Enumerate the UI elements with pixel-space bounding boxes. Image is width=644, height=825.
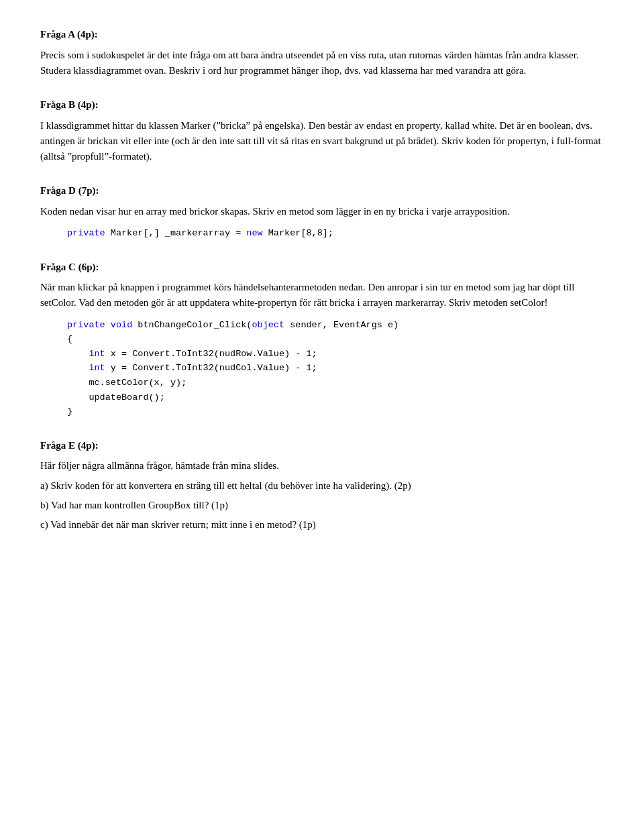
fraga-b-body: I klassdigrammet hittar du klassen Marke… <box>40 118 604 165</box>
fraga-b-text: I klassdigrammet hittar du klassen Marke… <box>40 118 604 165</box>
fraga-c-text: När man klickar på knappen i programmet … <box>40 280 604 311</box>
fraga-e-c: c) Vad innebär det när man skriver retur… <box>40 517 604 533</box>
fraga-e-intro: Här följer några allmänna frågor, hämtad… <box>40 458 604 474</box>
fraga-c-title: Fråga C (6p): <box>40 260 604 275</box>
fraga-c-section: Fråga C (6p): När man klickar på knappen… <box>40 260 604 419</box>
fraga-b-title: Fråga B (4p): <box>40 97 604 113</box>
fraga-c-code: private void btnChangeColor_Click(object… <box>67 318 604 419</box>
fraga-d-title: Fråga D (7p): <box>40 183 604 199</box>
fraga-d-section: Fråga D (7p): Koden nedan visar hur en a… <box>40 183 604 240</box>
fraga-c-body: När man klickar på knappen i programmet … <box>40 280 604 419</box>
fraga-a-section: Fråga A (4p): Precis som i sudokuspelet … <box>40 27 604 78</box>
fraga-d-code: private Marker[,] _markerarray = new Mar… <box>67 226 604 241</box>
fraga-a-body: Precis som i sudokuspelet är det inte fr… <box>40 48 604 79</box>
fraga-b-section: Fråga B (4p): I klassdigrammet hittar du… <box>40 97 604 164</box>
fraga-e-b: b) Vad har man kontrollen GroupBox till?… <box>40 498 604 513</box>
fraga-d-text: Koden nedan visar hur en array med brick… <box>40 204 604 219</box>
fraga-a-title: Fråga A (4p): <box>40 27 604 42</box>
fraga-e-body: Här följer några allmänna frågor, hämtad… <box>40 458 604 533</box>
fraga-a-text: Precis som i sudokuspelet är det inte fr… <box>40 48 604 79</box>
fraga-e-a: a) Skriv koden för att konvertera en str… <box>40 478 604 494</box>
fraga-d-body: Koden nedan visar hur en array med brick… <box>40 204 604 241</box>
fraga-e-title: Fråga E (4p): <box>40 438 604 453</box>
fraga-e-section: Fråga E (4p): Här följer några allmänna … <box>40 438 604 533</box>
